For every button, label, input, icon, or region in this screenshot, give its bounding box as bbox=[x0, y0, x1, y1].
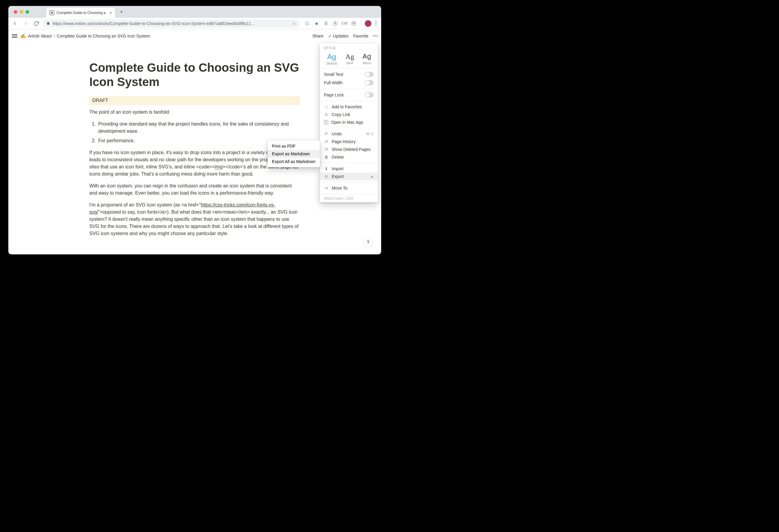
updates-label: Updates bbox=[333, 34, 348, 39]
copy-link-item[interactable]: ⎘ Copy Link bbox=[320, 111, 378, 118]
tab-title: Complete Guide to Choosing a bbox=[57, 11, 107, 15]
new-tab-button[interactable]: + bbox=[117, 8, 126, 16]
bookmark-star-icon[interactable]: ☆ bbox=[292, 21, 296, 26]
keyboard-shortcut: ⌘+Z bbox=[366, 132, 374, 136]
extension-icon-1[interactable]: ◆ bbox=[314, 21, 319, 26]
info-icon[interactable]: ⓘ bbox=[304, 21, 310, 26]
open-in-mac-item[interactable]: N Open in Mac App bbox=[320, 118, 378, 126]
font-serif-option[interactable]: Ag Serif bbox=[346, 53, 354, 65]
refresh-icon: ⟲ bbox=[324, 147, 329, 152]
close-window-button[interactable] bbox=[14, 10, 17, 14]
browser-tabstrip: N Complete Guide to Choosing a × + bbox=[8, 6, 381, 18]
breadcrumb-parent[interactable]: Article Ideas! bbox=[28, 34, 52, 39]
page-menu-button[interactable] bbox=[373, 36, 377, 36]
extension-icon-w[interactable]: W bbox=[351, 21, 356, 26]
move-to-item[interactable]: ↪ Move To bbox=[320, 184, 378, 192]
move-icon: ↪ bbox=[324, 186, 329, 190]
print-pdf-item[interactable]: Print as PDF bbox=[268, 142, 320, 150]
undo-item[interactable]: ↶ Undo ⌘+Z bbox=[320, 130, 378, 138]
download-icon: ⬇ bbox=[324, 166, 329, 171]
paragraph[interactable]: With an icon system, you can reign in th… bbox=[89, 182, 300, 197]
word-count: Word Count: 1154 bbox=[320, 194, 378, 201]
style-header: STYLE bbox=[320, 43, 378, 52]
address-bar[interactable]: https://www.notion.so/csstricks/Complete… bbox=[43, 19, 300, 28]
buffer-icon[interactable]: ☰ bbox=[323, 21, 329, 26]
full-width-toggle[interactable]: Full Width bbox=[320, 78, 378, 87]
help-button[interactable]: ? bbox=[363, 238, 373, 247]
app-icon: N bbox=[324, 120, 328, 124]
url-text: https://www.notion.so/csstricks/Complete… bbox=[52, 21, 290, 26]
link-icon: ⎘ bbox=[324, 112, 329, 117]
window-controls bbox=[11, 10, 32, 14]
draft-badge[interactable]: DRAFT bbox=[89, 96, 300, 105]
export-submenu: Print as PDF Export as Markdown Export A… bbox=[268, 140, 320, 167]
delete-item[interactable]: 🗑 Delete bbox=[320, 153, 378, 161]
trash-icon: 🗑 bbox=[324, 155, 329, 159]
zoom-window-button[interactable] bbox=[25, 10, 29, 14]
toggle-switch[interactable] bbox=[365, 72, 374, 77]
back-button[interactable] bbox=[11, 19, 19, 28]
breadcrumb-separator: / bbox=[54, 34, 55, 39]
browser-toolbar: https://www.notion.so/csstricks/Complete… bbox=[8, 18, 381, 29]
minimize-window-button[interactable] bbox=[20, 10, 23, 14]
extension-icons: ⓘ ◆ ☰ A CSS W bbox=[302, 20, 379, 27]
toggle-switch[interactable] bbox=[365, 92, 374, 97]
small-text-toggle[interactable]: Small Text bbox=[320, 70, 378, 78]
extension-icon-a[interactable]: A bbox=[333, 21, 338, 26]
chevron-right-icon: ▶ bbox=[371, 175, 374, 178]
export-markdown-item[interactable]: Export as Markdown bbox=[268, 150, 320, 158]
lock-icon bbox=[47, 21, 50, 26]
paragraph[interactable]: I'm a proponent of an SVG icon system (a… bbox=[89, 201, 300, 237]
favorite-button[interactable]: Favorite bbox=[353, 34, 368, 39]
show-deleted-item[interactable]: ⟲ Show Deleted Pages bbox=[320, 145, 378, 153]
font-mono-option[interactable]: Ag Mono bbox=[363, 53, 371, 65]
toggle-switch[interactable] bbox=[365, 80, 374, 85]
browser-tab[interactable]: N Complete Guide to Choosing a × bbox=[47, 8, 115, 18]
notion-topbar: ✍️ Article Ideas! / Complete Guide to Ch… bbox=[8, 29, 381, 43]
paragraph[interactable]: The point of an icon system is twofold: bbox=[89, 109, 300, 116]
page-options-menu: STYLE Ag Default Ag Serif Ag Mono Small … bbox=[320, 43, 378, 202]
updates-button[interactable]: ✓ Updates bbox=[328, 34, 348, 39]
profile-avatar[interactable] bbox=[365, 20, 371, 27]
history-icon: ↺ bbox=[324, 139, 329, 144]
add-to-favorites-item[interactable]: ☆ Add to Favorites bbox=[320, 103, 378, 111]
share-button[interactable]: Share bbox=[312, 34, 323, 39]
check-icon: ✓ bbox=[328, 34, 332, 39]
list-item[interactable]: Providing one standard way that the proj… bbox=[97, 121, 300, 135]
page-title[interactable]: Complete Guide to Choosing an SVG Icon S… bbox=[89, 60, 300, 89]
extension-icon-css[interactable]: CSS bbox=[342, 21, 347, 26]
font-default-option[interactable]: Ag Default bbox=[326, 53, 337, 65]
export-all-markdown-item[interactable]: Export All as Markdown bbox=[268, 158, 320, 165]
spell-error: img bbox=[215, 164, 223, 169]
sidebar-toggle-icon[interactable] bbox=[12, 34, 17, 38]
reload-button[interactable] bbox=[32, 19, 41, 28]
export-item[interactable]: ⎘ Export ▶ bbox=[320, 173, 378, 180]
breadcrumb-current[interactable]: Complete Guide to Choosing an SVG Icon S… bbox=[57, 34, 151, 39]
browser-menu-button[interactable] bbox=[375, 21, 376, 25]
star-icon: ☆ bbox=[324, 105, 329, 109]
page-emoji-icon: ✍️ bbox=[20, 33, 26, 39]
close-tab-icon[interactable]: × bbox=[110, 10, 112, 15]
breadcrumb: ✍️ Article Ideas! / Complete Guide to Ch… bbox=[20, 33, 150, 39]
browser-window: N Complete Guide to Choosing a × + https… bbox=[8, 6, 381, 254]
import-item[interactable]: ⬇ Import bbox=[320, 165, 378, 173]
undo-icon: ↶ bbox=[324, 132, 329, 136]
forward-button[interactable] bbox=[21, 19, 30, 28]
page-lock-toggle[interactable]: Page Lock bbox=[320, 91, 378, 99]
attachment-icon: ⎘ bbox=[324, 174, 329, 179]
notion-favicon: N bbox=[49, 10, 54, 15]
page-history-item[interactable]: ↺ Page History bbox=[320, 138, 378, 145]
